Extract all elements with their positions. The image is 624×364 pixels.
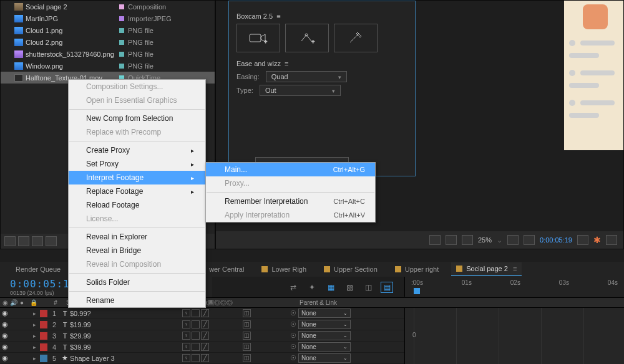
pickwhip-icon[interactable]: ☉ (288, 309, 298, 317)
shy-switch[interactable]: ♀ (182, 332, 190, 340)
pickwhip-icon[interactable]: ☉ (288, 320, 298, 328)
parent-dropdown[interactable]: None⌄ (298, 320, 351, 329)
quality-switch[interactable]: ╱ (201, 343, 209, 351)
visibility-toggle-icon[interactable]: ◉ (0, 343, 10, 351)
audio-column-icon[interactable]: 🔊 (10, 299, 20, 306)
playhead-icon[interactable] (414, 288, 420, 294)
res-icon[interactable] (507, 235, 519, 245)
layer-label-swatch[interactable] (40, 321, 47, 328)
submenu-item[interactable]: Remember InterpretationCtrl+Alt+C (206, 194, 375, 208)
visibility-toggle-icon[interactable]: ◉ (0, 354, 10, 362)
lock-column-icon[interactable]: 🔒 (30, 299, 40, 306)
3d-switch[interactable]: ◫ (243, 309, 251, 317)
shy-switch[interactable]: ♀ (182, 343, 190, 351)
menu-item[interactable]: Reveal in Explorer (69, 230, 205, 244)
snapshot-icon[interactable] (577, 235, 588, 245)
parent-dropdown[interactable]: None⌄ (298, 331, 351, 340)
footer-timecode[interactable]: 0:00:05:19 (540, 236, 572, 244)
project-item[interactable]: Social page 2 Composition (1, 1, 215, 12)
number-column[interactable]: # (49, 299, 62, 306)
twirl-icon[interactable]: ▸ (30, 344, 39, 350)
comp-tab[interactable]: Lower Righ (256, 262, 311, 276)
timeline-ruler[interactable]: :00s01s02s03s04s (404, 277, 624, 297)
transparency-icon[interactable] (524, 235, 535, 245)
search-icon[interactable]: ⇄ (287, 282, 300, 293)
quality-switch[interactable]: ╱ (201, 354, 209, 362)
3d-switch[interactable]: ◫ (243, 354, 251, 362)
menu-item[interactable]: Replace Footage (69, 184, 205, 198)
easing-dropdown[interactable]: Quad (266, 71, 347, 82)
comp-tab[interactable]: Social page 2≡ (451, 262, 522, 276)
tab-menu-icon[interactable]: ≡ (513, 265, 517, 272)
parent-dropdown[interactable]: None⌄ (298, 353, 351, 363)
frame-blend-icon[interactable]: ▦ (324, 282, 337, 293)
3d-switch[interactable]: ◫ (243, 343, 251, 351)
graph-icon[interactable]: ◫ (362, 282, 374, 293)
zoom-level[interactable]: 25% (478, 236, 492, 244)
pickwhip-icon[interactable]: ☉ (288, 343, 298, 351)
twirl-icon[interactable]: ▸ (30, 333, 39, 339)
render-icon[interactable] (606, 235, 617, 245)
solo-column-icon[interactable]: ● (20, 299, 30, 306)
twirl-icon[interactable]: ▸ (30, 322, 39, 328)
collapse-switch[interactable] (192, 343, 200, 351)
color-icon[interactable]: ✱ (593, 235, 601, 245)
submenu-item[interactable]: Main...Ctrl+Alt+G (206, 163, 375, 176)
layer-name[interactable]: $0.99? (70, 310, 182, 317)
folder-button[interactable] (18, 236, 29, 246)
motion-blur-icon[interactable]: ▧ (343, 282, 356, 293)
collapse-switch[interactable] (192, 309, 200, 317)
menu-item[interactable]: Solids Folder (69, 275, 205, 289)
pickwhip-icon[interactable]: ☉ (288, 332, 298, 340)
layer-name[interactable]: $29.99 (70, 332, 182, 340)
vr-icon[interactable] (462, 235, 473, 245)
twirl-icon[interactable]: ▸ (30, 355, 39, 362)
layer-name[interactable]: $19.99 (70, 321, 182, 328)
visibility-toggle-icon[interactable]: ◉ (0, 309, 10, 317)
render-queue-tab[interactable]: Render Queue (16, 266, 61, 273)
project-item[interactable]: MartinJPG ImporterJPEG (1, 12, 215, 24)
visibility-toggle-icon[interactable]: ◉ (0, 320, 10, 328)
timeline-track-area[interactable]: 0 (404, 308, 624, 364)
menu-item[interactable]: Interpret Footage (69, 171, 205, 184)
collapse-switch[interactable] (192, 320, 200, 328)
shy-switch[interactable]: ♀ (182, 354, 190, 362)
type-dropdown[interactable]: Out (260, 85, 341, 96)
layer-label-swatch[interactable] (40, 332, 47, 340)
collapse-switch[interactable] (192, 332, 200, 340)
graph-editor-icon[interactable]: ▤ (381, 282, 393, 293)
pickwhip-icon[interactable]: ☉ (288, 354, 298, 362)
boxcam-camera-icon[interactable]: + (236, 24, 280, 52)
menu-item[interactable]: Create Proxy (69, 143, 205, 157)
menu-item[interactable]: Set Proxy (69, 157, 205, 171)
collapse-switch[interactable] (192, 354, 200, 362)
shy-switch[interactable]: ♀ (182, 320, 190, 328)
layer-label-swatch[interactable] (40, 310, 47, 317)
visibility-column-icon[interactable]: ◉ (0, 299, 10, 306)
parent-dropdown[interactable]: None⌄ (298, 342, 351, 352)
layer-label-swatch[interactable] (40, 355, 47, 362)
mask-icon[interactable] (446, 235, 457, 245)
menu-item[interactable]: Reveal in Bridge (69, 244, 205, 257)
layer-label-swatch[interactable] (40, 343, 47, 351)
project-item[interactable]: shutterstock_513279460.png PNG file (1, 48, 215, 60)
layer-name[interactable]: Shape Layer 3 (70, 355, 182, 362)
bpc-button[interactable] (4, 236, 16, 246)
project-item[interactable]: Window.png PNG file (1, 60, 215, 72)
menu-item[interactable]: Reload Footage (69, 198, 205, 212)
menu-item[interactable]: Rename (69, 294, 205, 307)
quality-switch[interactable]: ╱ (201, 332, 209, 340)
3d-switch[interactable]: ◫ (243, 332, 251, 340)
twirl-icon[interactable]: ▸ (30, 310, 39, 317)
new-comp-button[interactable] (32, 236, 43, 246)
3d-switch[interactable]: ◫ (243, 320, 251, 328)
boxcam-null-icon[interactable]: + (285, 24, 329, 52)
layer-name[interactable]: $39.99 (70, 343, 182, 351)
quality-switch[interactable]: ╱ (201, 320, 209, 328)
project-item[interactable]: Cloud 2.png PNG file (1, 36, 215, 48)
visibility-toggle-icon[interactable]: ◉ (0, 332, 10, 340)
parent-dropdown[interactable]: None⌄ (298, 309, 351, 318)
parent-column[interactable]: Parent & Link (293, 299, 337, 306)
shy-switch[interactable]: ♀ (182, 309, 190, 317)
project-item[interactable]: Cloud 1.png PNG file (1, 24, 215, 36)
